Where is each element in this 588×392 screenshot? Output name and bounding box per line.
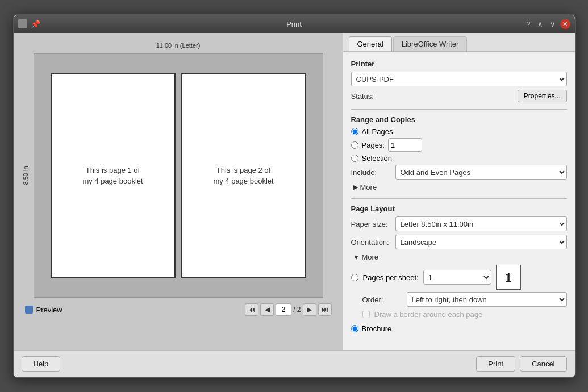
brochure-label: Brochure [362,324,392,333]
include-row: Include: Odd and Even Pages Odd Pages Ev… [351,165,567,180]
page-layout-title: Page Layout [351,205,567,213]
paper-size-row: Paper size: Letter 8.50in x 11.00in A4 L… [351,216,567,231]
range-more-row[interactable]: ▶ More [351,183,567,191]
settings-content: Printer CUPS-PDF Status: Properties... R… [343,52,575,350]
layout-more-label: More [361,253,378,261]
pages-preview: This is page 1 ofmy 4 page booklet This … [51,73,306,278]
all-pages-label: All Pages [362,127,393,136]
pages-row: Pages: [351,138,567,152]
footer-right: Print Cancel [476,356,566,372]
page-2-text: This is page 2 ofmy 4 page booklet [213,165,273,187]
close-button[interactable]: ✕ [560,19,570,29]
print-button[interactable]: Print [476,356,515,372]
pages-radio[interactable] [351,141,358,149]
help-icon[interactable]: ? [524,19,532,30]
dialog-title: Print [286,20,302,28]
selection-radio[interactable] [351,155,358,162]
divider-1 [351,109,567,110]
brochure-radio[interactable] [351,325,358,332]
selection-label: Selection [362,154,392,162]
orientation-row: Orientation: Landscape Portrait [351,235,567,249]
pages-per-sheet-thumb: 1 [496,265,521,290]
divider-2 [351,198,567,199]
cancel-button[interactable]: Cancel [520,356,566,372]
status-label: Status: [351,92,391,101]
page-1-text: This is page 1 ofmy 4 page booklet [82,165,143,187]
paper-size-select[interactable]: Letter 8.50in x 11.00in A4 Legal [395,216,567,231]
orientation-label: Orientation: [351,238,391,247]
nav-last-button[interactable]: ⏭ [318,303,332,316]
pages-per-sheet-wrap: Pages per sheet: 1246916 1 [351,265,567,290]
preview-panel: 11.00 in (Letter) 8.50 in This is page 1… [14,33,343,350]
maximize-icon[interactable]: ∨ [548,19,558,30]
nav-first-button[interactable]: ⏮ [245,303,258,316]
pages-label: Pages: [362,141,385,149]
page-number-input[interactable] [276,303,291,316]
tabs-row: General LibreOffice Writer [343,33,575,52]
tab-libreoffice[interactable]: LibreOffice Writer [393,36,468,51]
minimize-icon[interactable]: ∧ [535,19,545,30]
printer-dropdown-row: CUPS-PDF [351,72,567,86]
printer-section-title: Printer [351,60,567,68]
range-more-label: More [360,183,377,191]
nav-next-button[interactable]: ▶ [303,303,316,316]
all-pages-radio[interactable] [351,128,358,135]
border-row: Draw a border around each page [351,310,567,319]
selection-row: Selection [351,154,567,162]
tab-general[interactable]: General [349,36,392,51]
dialog-body: 11.00 in (Letter) 8.50 in This is page 1… [14,33,575,350]
preview-nav: ⏮ ◀ / 2 ▶ ⏭ [245,303,331,316]
total-pages: / 2 [293,306,301,314]
order-select[interactable]: Left to right, then down Right to left, … [407,292,567,307]
paper-size-label: Paper size: [351,220,391,228]
pages-per-sheet-select[interactable]: 1246916 [423,270,491,285]
include-label: Include: [351,168,391,177]
pages-per-sheet-radio[interactable] [351,274,358,281]
page-size-label: 11.00 in (Letter) [156,42,201,49]
order-row: Order: Left to right, then down Right to… [351,292,567,307]
pages-per-sheet-label: Pages per sheet: [363,273,419,282]
preview-label: Preview [36,306,62,314]
app-icon [18,19,27,28]
properties-button[interactable]: Properties... [518,90,567,102]
layout-more-arrow: ▼ [353,254,360,261]
page-1-preview: This is page 1 ofmy 4 page booklet [51,73,176,278]
range-more-arrow: ▶ [353,184,358,191]
help-button[interactable]: Help [22,356,61,372]
title-bar: 📌 Print ? ∧ ∨ ✕ [14,15,575,33]
preview-icon [25,306,33,314]
preview-bottom: Preview ⏮ ◀ / 2 ▶ ⏭ [25,298,332,320]
preview-area: 8.50 in This is page 1 ofmy 4 page bookl… [34,53,323,298]
order-label: Order: [362,295,402,304]
page-2-preview: This is page 2 ofmy 4 page booklet [181,73,306,278]
nav-prev-button[interactable]: ◀ [260,303,274,316]
draw-border-label: Draw a border around each page [374,310,483,319]
range-section-title: Range and Copies [351,115,567,124]
orientation-select[interactable]: Landscape Portrait [395,235,567,249]
draw-border-checkbox[interactable] [362,311,370,318]
layout-more-row[interactable]: ▼ More [351,253,567,261]
printer-select[interactable]: CUPS-PDF [351,72,567,86]
all-pages-row: All Pages [351,127,567,136]
pin-icon: 📌 [31,19,40,28]
include-select[interactable]: Odd and Even Pages Odd Pages Even Pages [395,165,567,180]
print-dialog: 📌 Print ? ∧ ∨ ✕ 11.00 in (Letter) 8.50 i… [13,14,576,378]
footer-bar: Help Print Cancel [14,350,575,377]
status-row: Status: Properties... [351,90,567,102]
height-label: 8.50 in [22,166,28,185]
settings-panel: General LibreOffice Writer Printer CUPS-… [343,33,575,350]
brochure-row: Brochure [351,324,567,333]
pages-input[interactable] [388,138,422,152]
